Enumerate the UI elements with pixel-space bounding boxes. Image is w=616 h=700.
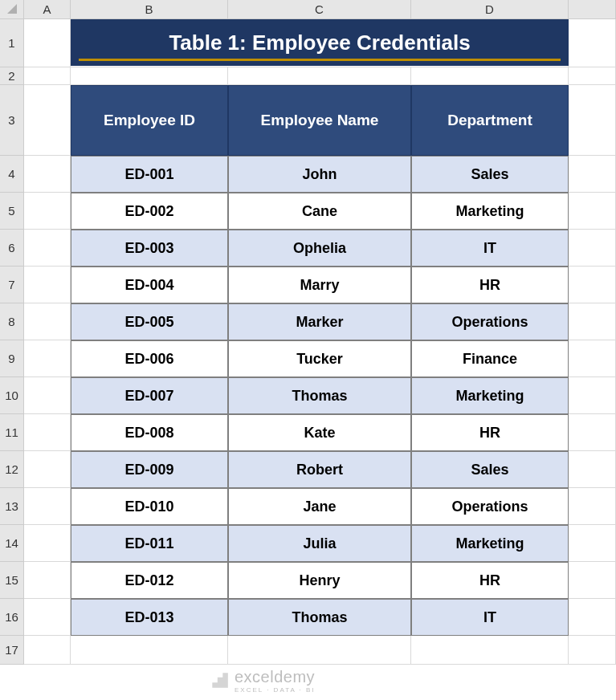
cell-employee-id[interactable]: ED-009 [71,451,228,488]
cell-e5[interactable] [569,193,616,230]
cell-employee-name[interactable]: Kate [228,414,411,451]
cell-e17[interactable] [569,636,616,665]
cell-employee-id[interactable]: ED-001 [71,156,228,193]
cell-a11[interactable] [24,414,71,451]
cell-employee-name[interactable]: Jane [228,488,411,525]
cell-b17[interactable] [71,636,228,665]
cell-department[interactable]: IT [411,230,569,267]
cell-employee-id[interactable]: ED-005 [71,303,228,340]
cell-employee-name[interactable]: Thomas [228,599,411,636]
row-header-1[interactable]: 1 [0,19,23,67]
row-header-11[interactable]: 11 [0,414,23,451]
col-header-b[interactable]: B [71,0,228,18]
col-header-a[interactable]: A [24,0,71,18]
cell-employee-id[interactable]: ED-010 [71,488,228,525]
cell-department[interactable]: Operations [411,303,569,340]
cell-a4[interactable] [24,156,71,193]
cell-d2[interactable] [411,67,569,85]
cell-e8[interactable] [569,303,616,340]
cell-employee-id[interactable]: ED-013 [71,599,228,636]
cell-a14[interactable] [24,525,71,562]
cell-e3[interactable] [569,85,616,156]
cell-e15[interactable] [569,562,616,599]
cell-a12[interactable] [24,451,71,488]
cell-a2[interactable] [24,67,71,85]
row-header-17[interactable]: 17 [0,636,23,665]
header-employee-id[interactable]: Employee ID [71,85,228,156]
cell-e12[interactable] [569,451,616,488]
cell-a17[interactable] [24,636,71,665]
cell-a7[interactable] [24,267,71,303]
cell-a15[interactable] [24,562,71,599]
row-header-8[interactable]: 8 [0,303,23,340]
row-header-5[interactable]: 5 [0,193,23,230]
cell-employee-id[interactable]: ED-006 [71,340,228,377]
cell-e6[interactable] [569,230,616,267]
cell-employee-id[interactable]: ED-012 [71,562,228,599]
cell-employee-name[interactable]: Robert [228,451,411,488]
cell-department[interactable]: Marketing [411,193,569,230]
cell-department[interactable]: HR [411,562,569,599]
cell-e11[interactable] [569,414,616,451]
cell-department[interactable]: Operations [411,488,569,525]
cell-a13[interactable] [24,488,71,525]
row-header-14[interactable]: 14 [0,525,23,562]
cell-department[interactable]: HR [411,414,569,451]
row-header-16[interactable]: 16 [0,599,23,636]
cell-employee-id[interactable]: ED-008 [71,414,228,451]
row-header-6[interactable]: 6 [0,230,23,267]
cell-department[interactable]: Marketing [411,525,569,562]
cell-a1[interactable] [24,19,71,67]
cell-employee-name[interactable]: Cane [228,193,411,230]
cell-b2[interactable] [71,67,228,85]
cell-e14[interactable] [569,525,616,562]
cell-employee-name[interactable]: Marry [228,267,411,303]
col-header-d[interactable]: D [411,0,569,18]
cell-employee-id[interactable]: ED-004 [71,267,228,303]
cell-a3[interactable] [24,85,71,156]
cell-e7[interactable] [569,267,616,303]
cell-employee-id[interactable]: ED-003 [71,230,228,267]
cell-department[interactable]: Sales [411,156,569,193]
cell-department[interactable]: Finance [411,340,569,377]
cell-c17[interactable] [228,636,411,665]
row-header-12[interactable]: 12 [0,451,23,488]
row-header-15[interactable]: 15 [0,562,23,599]
cell-e2[interactable] [569,67,616,85]
cell-employee-name[interactable]: Thomas [228,377,411,414]
cell-a9[interactable] [24,340,71,377]
cell-department[interactable]: IT [411,599,569,636]
col-header-c[interactable]: C [228,0,411,18]
cell-department[interactable]: HR [411,267,569,303]
row-header-2[interactable]: 2 [0,67,23,85]
cell-a8[interactable] [24,303,71,340]
cell-employee-id[interactable]: ED-007 [71,377,228,414]
row-header-3[interactable]: 3 [0,85,23,156]
cell-department[interactable]: Sales [411,451,569,488]
cell-e13[interactable] [569,488,616,525]
row-header-13[interactable]: 13 [0,488,23,525]
row-header-7[interactable]: 7 [0,267,23,303]
cell-department[interactable]: Marketing [411,377,569,414]
cell-employee-name[interactable]: Julia [228,525,411,562]
cell-employee-name[interactable]: Ophelia [228,230,411,267]
col-header-extra[interactable] [569,0,616,18]
select-all-corner[interactable] [0,0,24,19]
cell-employee-name[interactable]: John [228,156,411,193]
row-header-9[interactable]: 9 [0,340,23,377]
row-header-4[interactable]: 4 [0,156,23,193]
cell-e1[interactable] [569,19,616,67]
header-employee-name[interactable]: Employee Name [228,85,411,156]
cell-a10[interactable] [24,377,71,414]
cell-a16[interactable] [24,599,71,636]
cell-e9[interactable] [569,340,616,377]
cell-employee-name[interactable]: Marker [228,303,411,340]
cell-employee-name[interactable]: Henry [228,562,411,599]
cell-employee-id[interactable]: ED-011 [71,525,228,562]
cell-d17[interactable] [411,636,569,665]
cell-employee-name[interactable]: Tucker [228,340,411,377]
cell-a6[interactable] [24,230,71,267]
cell-employee-id[interactable]: ED-002 [71,193,228,230]
cell-c2[interactable] [228,67,411,85]
cell-e10[interactable] [569,377,616,414]
